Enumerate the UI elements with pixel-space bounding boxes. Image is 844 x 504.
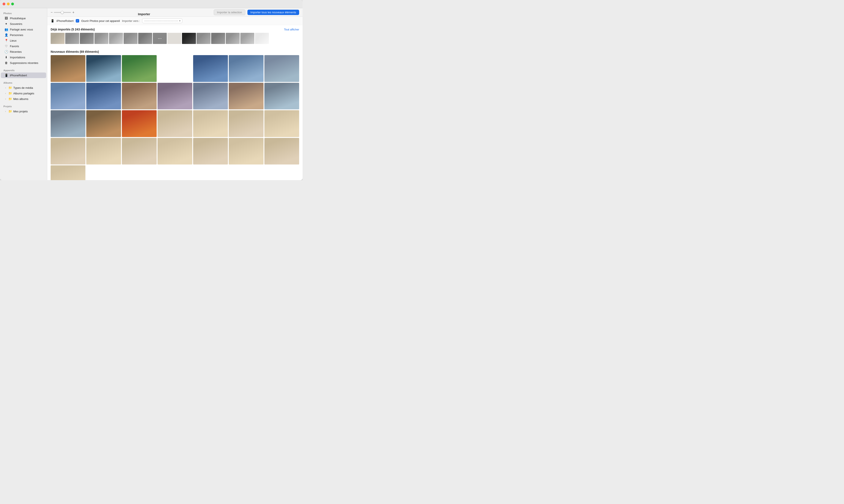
- new-photo[interactable]: [86, 55, 121, 82]
- new-items-title: Nouveaux éléments (69 éléments): [51, 50, 99, 53]
- phototheque-icon: 🖼: [4, 16, 8, 20]
- ai-thumb[interactable]: [182, 33, 196, 44]
- new-photo[interactable]: [264, 55, 299, 82]
- new-photo[interactable]: [264, 110, 299, 137]
- ai-thumb[interactable]: [168, 33, 181, 44]
- importations-label: Importations: [10, 56, 25, 59]
- ai-thumb-more[interactable]: ···: [153, 33, 167, 44]
- ai-thumb[interactable]: [65, 33, 79, 44]
- new-photo[interactable]: [229, 83, 264, 110]
- new-photo[interactable]: [51, 83, 85, 110]
- zoom-in-button[interactable]: +: [72, 11, 74, 14]
- zoom-out-button[interactable]: −: [51, 11, 53, 14]
- new-photo-empty: [158, 55, 192, 82]
- import-all-button[interactable]: Importer tous les nouveaux éléments: [247, 10, 299, 15]
- scroll-area[interactable]: Déjà importés (5 243 éléments) Tout affi…: [47, 25, 303, 180]
- already-imported-grid: ···: [51, 33, 299, 44]
- ai-thumb[interactable]: [226, 33, 240, 44]
- app-body: Photos 🖼 Photothèque ✦ Souvenirs 👥 Parta…: [0, 8, 303, 180]
- new-photo[interactable]: [264, 138, 299, 165]
- ai-thumb[interactable]: [240, 33, 254, 44]
- main-window: Photos 🖼 Photothèque ✦ Souvenirs 👥 Parta…: [0, 0, 303, 180]
- ai-thumb[interactable]: [211, 33, 225, 44]
- suppressions-label: Suppressions récentes: [10, 61, 38, 65]
- sidebar-item-souvenirs[interactable]: ✦ Souvenirs: [1, 21, 46, 26]
- favoris-label: Favoris: [10, 44, 19, 48]
- new-photo[interactable]: [158, 110, 192, 137]
- see-all-link[interactable]: Tout afficher: [284, 28, 299, 31]
- sidebar-item-suppressions[interactable]: 🗑 Suppressions récentes: [1, 60, 46, 66]
- zoom-slider-track[interactable]: [54, 12, 71, 13]
- sidebar-item-recentes[interactable]: 🕐 Récentes: [1, 49, 46, 54]
- mes-albums-label: Mes albums: [13, 97, 28, 101]
- iphone-icon: 📱: [4, 73, 8, 77]
- new-photo[interactable]: [122, 55, 157, 82]
- personnes-icon: 👤: [4, 33, 8, 37]
- ai-thumb[interactable]: [51, 33, 65, 44]
- main-content: − + Importer Importer la sélection Impor…: [47, 8, 303, 180]
- new-photo[interactable]: [229, 138, 264, 165]
- ai-thumb[interactable]: [138, 33, 152, 44]
- new-photo[interactable]: [51, 110, 85, 137]
- iphone-label: iPhoneRobert: [10, 74, 27, 77]
- partage-label: Partagé avec vous: [10, 28, 33, 31]
- ai-thumb[interactable]: [94, 33, 108, 44]
- sidebar-item-importations[interactable]: ⬇ Importations: [1, 54, 46, 60]
- new-photo[interactable]: [193, 83, 228, 110]
- sidebar-item-iphone[interactable]: 📱 iPhoneRobert: [1, 72, 46, 78]
- new-photo[interactable]: [86, 83, 121, 110]
- already-imported-header: Déjà importés (5 243 éléments) Tout affi…: [51, 25, 299, 33]
- new-photo[interactable]: [86, 110, 121, 137]
- open-photos-label: Ouvrir Photos pour cet appareil: [81, 19, 120, 22]
- chevron-icon-3: ›: [4, 97, 7, 100]
- new-photo[interactable]: [51, 55, 85, 82]
- ai-thumb[interactable]: [109, 33, 123, 44]
- sidebar-item-personnes[interactable]: 👤 Personnes: [1, 32, 46, 38]
- sidebar-item-phototheque[interactable]: 🖼 Photothèque: [1, 15, 46, 21]
- sidebar-item-mes-projets[interactable]: › 📁 Mes projets: [1, 109, 46, 114]
- zoom-slider-container: − +: [51, 11, 74, 14]
- importations-icon: ⬇: [4, 55, 8, 59]
- open-photos-checkbox[interactable]: ✓: [76, 19, 79, 22]
- new-photo[interactable]: [158, 83, 192, 110]
- new-photo[interactable]: [193, 110, 228, 137]
- import-dropdown[interactable]: ----------------------------------------…: [142, 18, 182, 23]
- sidebar-item-partage[interactable]: 👥 Partagé avec vous: [1, 26, 46, 32]
- maximize-button[interactable]: [11, 3, 14, 5]
- new-photo[interactable]: [122, 138, 157, 165]
- chevron-icon-4: ›: [4, 110, 7, 113]
- albums-section-label: Albums: [0, 79, 47, 85]
- new-photo[interactable]: [193, 55, 228, 82]
- new-photo[interactable]: [193, 138, 228, 165]
- dropdown-arrow-icon: ▾: [179, 19, 180, 22]
- zoom-slider-thumb[interactable]: [61, 11, 64, 14]
- new-photo[interactable]: [86, 138, 121, 165]
- sidebar-item-mes-albums[interactable]: › 📁 Mes albums: [1, 96, 46, 102]
- souvenirs-label: Souvenirs: [10, 22, 22, 25]
- new-photo[interactable]: [158, 138, 192, 165]
- import-selection-button[interactable]: Importer la sélection: [214, 10, 245, 15]
- new-photo[interactable]: [122, 83, 157, 110]
- sidebar-item-partages[interactable]: › 📁 Albums partagés: [1, 90, 46, 96]
- chevron-icon: ›: [4, 86, 7, 89]
- ai-thumb[interactable]: [197, 33, 211, 44]
- ai-thumb[interactable]: [124, 33, 138, 44]
- new-photo[interactable]: [51, 138, 85, 165]
- sidebar-item-types[interactable]: › 📁 Types de média: [1, 85, 46, 90]
- new-photo[interactable]: [229, 55, 264, 82]
- sidebar-item-lieux[interactable]: 📍 Lieux: [1, 38, 46, 43]
- ai-thumb[interactable]: [80, 33, 94, 44]
- new-items-header: Nouveaux éléments (69 éléments): [51, 48, 299, 55]
- minimize-button[interactable]: [7, 3, 10, 5]
- favoris-icon: ♡: [4, 44, 8, 48]
- close-button[interactable]: [3, 3, 5, 5]
- types-icon: 📁: [8, 86, 12, 90]
- new-photo[interactable]: [264, 83, 299, 110]
- sidebar-item-favoris[interactable]: ♡ Favoris: [1, 43, 46, 49]
- new-photo[interactable]: [51, 165, 85, 180]
- ai-thumb[interactable]: [255, 33, 269, 44]
- new-photo[interactable]: [122, 110, 157, 137]
- new-photo[interactable]: [229, 110, 264, 137]
- mes-albums-icon: 📁: [8, 97, 12, 101]
- import-to-label: Importer vers :: [122, 19, 140, 22]
